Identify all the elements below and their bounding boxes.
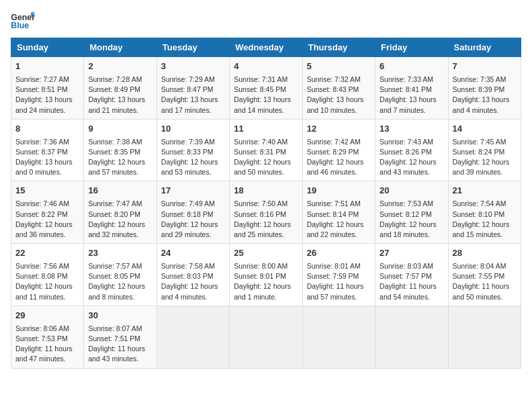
calendar-week-2: 8Sunrise: 7:36 AMSunset: 8:37 PMDaylight…	[11, 119, 521, 181]
day-info: Sunset: 8:43 PM	[307, 85, 371, 95]
calendar-week-1: 1Sunrise: 7:27 AMSunset: 8:51 PMDaylight…	[11, 57, 521, 120]
day-info: Daylight: 12 hours	[88, 157, 152, 167]
day-number: 22	[15, 247, 79, 260]
calendar-cell: 19Sunrise: 7:51 AMSunset: 8:14 PMDayligh…	[302, 181, 375, 244]
day-info: Daylight: 12 hours	[234, 220, 298, 230]
day-number: 5	[307, 60, 371, 73]
day-info: and 4 minutes.	[161, 292, 225, 302]
calendar-cell: 21Sunrise: 7:54 AMSunset: 8:10 PMDayligh…	[448, 181, 521, 244]
day-info: Daylight: 12 hours	[88, 220, 152, 230]
day-info: Daylight: 12 hours	[161, 157, 225, 167]
day-info: Sunset: 8:18 PM	[161, 210, 225, 220]
day-info: and 29 minutes.	[161, 230, 225, 240]
day-info: and 0 minutes.	[15, 167, 79, 177]
day-number: 24	[161, 247, 225, 260]
day-info: and 24 minutes.	[15, 105, 79, 116]
day-info: and 50 minutes.	[234, 167, 298, 177]
day-info: Sunrise: 7:53 AM	[380, 199, 443, 209]
day-number: 17	[161, 185, 225, 197]
day-number: 18	[234, 185, 298, 197]
day-info: Daylight: 11 hours	[380, 281, 443, 291]
day-info: and 50 minutes.	[453, 292, 517, 302]
day-number: 23	[88, 247, 152, 260]
calendar-cell: 16Sunrise: 7:47 AMSunset: 8:20 PMDayligh…	[84, 181, 157, 244]
day-number: 15	[15, 185, 79, 197]
day-number: 7	[453, 60, 517, 73]
day-info: Sunset: 8:16 PM	[234, 210, 298, 220]
day-info: Daylight: 12 hours	[380, 157, 443, 167]
day-info: Daylight: 12 hours	[234, 281, 298, 291]
day-info: Daylight: 12 hours	[234, 157, 298, 167]
day-info: and 10 minutes.	[307, 105, 371, 116]
day-info: Sunset: 8:08 PM	[15, 271, 79, 281]
day-number: 19	[307, 185, 371, 197]
day-info: Sunset: 8:01 PM	[234, 271, 298, 281]
day-info: Sunrise: 7:28 AM	[88, 75, 152, 85]
day-info: Sunset: 8:41 PM	[380, 85, 443, 95]
day-info: and 43 minutes.	[88, 354, 152, 364]
calendar-cell: 9Sunrise: 7:38 AMSunset: 8:35 PMDaylight…	[84, 119, 157, 181]
day-info: Sunrise: 7:40 AM	[234, 137, 298, 147]
day-number: 12	[307, 123, 371, 136]
day-info: Sunrise: 7:50 AM	[234, 199, 298, 209]
day-info: Daylight: 12 hours	[307, 157, 371, 167]
day-number: 21	[453, 185, 517, 197]
day-info: Sunrise: 7:36 AM	[15, 137, 79, 147]
calendar-table: SundayMondayTuesdayWednesdayThursdayFrid…	[11, 38, 521, 369]
col-header-thursday: Thursday	[302, 38, 375, 57]
day-info: Sunset: 7:59 PM	[307, 271, 371, 281]
calendar-cell: 4Sunrise: 7:31 AMSunset: 8:45 PMDaylight…	[230, 57, 302, 120]
day-info: Sunrise: 7:31 AM	[234, 75, 298, 85]
calendar-cell: 1Sunrise: 7:27 AMSunset: 8:51 PMDaylight…	[11, 57, 84, 120]
calendar-cell: 30Sunrise: 8:07 AMSunset: 7:51 PMDayligh…	[84, 306, 157, 368]
day-info: Sunrise: 7:39 AM	[161, 137, 225, 147]
day-number: 14	[453, 123, 517, 136]
day-info: and 54 minutes.	[380, 292, 443, 302]
day-info: and 11 minutes.	[15, 292, 79, 302]
calendar-cell: 17Sunrise: 7:49 AMSunset: 8:18 PMDayligh…	[157, 181, 229, 244]
day-info: Sunset: 7:57 PM	[380, 271, 443, 281]
day-number: 16	[88, 185, 152, 197]
day-info: Sunset: 7:51 PM	[88, 334, 152, 344]
day-info: Sunrise: 7:56 AM	[15, 261, 79, 271]
logo: General Blue	[11, 11, 35, 31]
day-info: Daylight: 12 hours	[307, 220, 371, 230]
calendar-cell: 23Sunrise: 7:57 AMSunset: 8:05 PMDayligh…	[84, 244, 157, 306]
col-header-wednesday: Wednesday	[230, 38, 302, 57]
day-info: and 32 minutes.	[88, 230, 152, 240]
day-info: and 7 minutes.	[380, 105, 443, 116]
calendar-week-4: 22Sunrise: 7:56 AMSunset: 8:08 PMDayligh…	[11, 244, 521, 306]
day-info: and 14 minutes.	[234, 105, 298, 116]
day-info: Daylight: 12 hours	[88, 281, 152, 291]
day-info: Sunset: 8:39 PM	[453, 85, 517, 95]
day-info: Sunrise: 8:03 AM	[380, 261, 443, 271]
calendar-cell: 20Sunrise: 7:53 AMSunset: 8:12 PMDayligh…	[375, 181, 448, 244]
day-number: 10	[161, 123, 225, 136]
day-number: 9	[88, 123, 152, 136]
day-info: and 1 minute.	[234, 292, 298, 302]
day-info: Daylight: 13 hours	[307, 95, 371, 105]
day-info: Sunset: 8:31 PM	[234, 147, 298, 157]
day-info: and 18 minutes.	[380, 230, 443, 240]
day-info: Sunrise: 7:45 AM	[453, 137, 517, 147]
day-number: 4	[234, 60, 298, 73]
day-number: 2	[88, 60, 152, 73]
day-info: Daylight: 12 hours	[15, 281, 79, 291]
day-number: 3	[161, 60, 225, 73]
calendar-cell: 13Sunrise: 7:43 AMSunset: 8:26 PMDayligh…	[375, 119, 448, 181]
day-info: Daylight: 13 hours	[380, 95, 443, 105]
day-number: 20	[380, 185, 443, 197]
day-info: and 43 minutes.	[380, 167, 443, 177]
day-info: Sunrise: 8:06 AM	[15, 324, 79, 334]
day-info: and 4 minutes.	[453, 105, 517, 116]
day-info: Sunset: 8:26 PM	[380, 147, 443, 157]
day-info: and 57 minutes.	[307, 292, 371, 302]
day-info: Sunset: 8:37 PM	[15, 147, 79, 157]
calendar-cell: 14Sunrise: 7:45 AMSunset: 8:24 PMDayligh…	[448, 119, 521, 181]
day-number: 30	[88, 310, 152, 322]
day-info: and 46 minutes.	[307, 167, 371, 177]
day-info: Daylight: 13 hours	[453, 95, 517, 105]
calendar-cell: 10Sunrise: 7:39 AMSunset: 8:33 PMDayligh…	[157, 119, 229, 181]
calendar-cell: 29Sunrise: 8:06 AMSunset: 7:53 PMDayligh…	[11, 306, 84, 368]
day-info: and 8 minutes.	[88, 292, 152, 302]
